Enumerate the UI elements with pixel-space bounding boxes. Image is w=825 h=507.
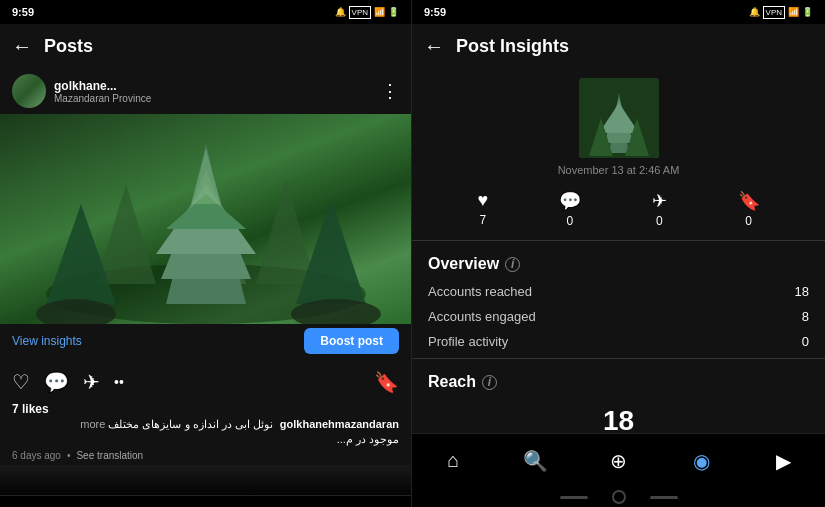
share-button[interactable]: ✈ [83, 370, 100, 394]
comment-button[interactable]: 💬 [44, 370, 69, 394]
profile-activity-row: Profile activity 0 [412, 329, 825, 354]
right-nav-profile[interactable]: ▶ [766, 443, 802, 479]
post-thumbnail-area: November 13 at 2:46 AM [412, 68, 825, 182]
right-signal-icon: 📶 [788, 7, 799, 17]
accounts-engaged-value: 8 [802, 309, 809, 324]
comments-eng-count: 0 [567, 214, 574, 228]
right-status-icons: 🔔 VPN 📶 🔋 [749, 6, 813, 19]
heart-icon: ♥ [477, 190, 488, 211]
shares-eng: ✈ 0 [652, 190, 667, 228]
right-nav-title: Post Insights [456, 36, 569, 57]
svg-marker-12 [191, 149, 221, 204]
left-time: 9:59 [12, 6, 34, 18]
left-bottom-nav: ⌂ 🔍 ⊕ ▶ ◉ [0, 495, 411, 507]
post-location: Mazandaran Province [54, 93, 151, 104]
divider-1 [412, 240, 825, 241]
profile-activity-label: Profile activity [428, 334, 508, 349]
post-user-info: golkhane... Mazandaran Province [54, 79, 151, 104]
right-battery-icon: 🔋 [802, 7, 813, 17]
left-status-bar: 9:59 🔔 VPN 📶 🔋 [0, 0, 411, 24]
vpn-icon: VPN [349, 6, 371, 19]
right-time: 9:59 [424, 6, 446, 18]
likes-eng-count: 7 [479, 213, 486, 227]
right-vpn-icon: VPN [763, 6, 785, 19]
reach-section-header: Reach i [412, 363, 825, 397]
post-options-button[interactable]: ⋮ [381, 80, 399, 102]
right-bottom-nav: ⌂ 🔍 ⊕ ◉ ▶ [412, 433, 825, 487]
caption-more[interactable]: more [80, 418, 105, 430]
left-panel: 9:59 🔔 VPN 📶 🔋 ← Posts golkhane... Mazan… [0, 0, 412, 507]
accounts-reached-label: Accounts reached [428, 284, 532, 299]
right-sys-home-btn[interactable] [612, 490, 626, 504]
bookmark-button[interactable]: 🔖 [374, 370, 399, 394]
insights-boost-row: View insights Boost post [0, 324, 411, 362]
user-avatar[interactable] [12, 74, 46, 108]
boost-button[interactable]: Boost post [304, 328, 399, 354]
caption-text2: موجود در م... [337, 433, 399, 445]
shares-eng-count: 0 [656, 214, 663, 228]
right-sys-recent-btn[interactable] [650, 496, 678, 499]
view-insights-link[interactable]: View insights [12, 334, 82, 348]
right-sys-back-btn[interactable] [560, 496, 588, 499]
left-back-button[interactable]: ← [12, 35, 32, 58]
right-panel: 9:59 🔔 VPN 📶 🔋 ← Post Insights [412, 0, 825, 507]
comment-icon: 💬 [559, 190, 581, 212]
signal-icon: 📶 [374, 7, 385, 17]
caption-line2: موجود در م... [0, 433, 411, 448]
saves-eng-count: 0 [745, 214, 752, 228]
save-icon: 🔖 [738, 190, 760, 212]
right-scroll-area[interactable]: November 13 at 2:46 AM ♥ 7 💬 0 ✈ 0 🔖 0 [412, 68, 825, 433]
see-translation-link[interactable]: See translation [76, 450, 143, 461]
post-actions-row: ♡ 💬 ✈ •• 🔖 [0, 362, 411, 402]
reach-number-area: 18 Accounts reached [412, 397, 825, 433]
svg-marker-1 [96, 184, 156, 284]
accounts-engaged-row: Accounts engaged 8 [412, 304, 825, 329]
thumb-tree-svg [579, 78, 659, 158]
right-system-bar [412, 487, 825, 507]
likes-eng: ♥ 7 [477, 190, 488, 228]
like-button[interactable]: ♡ [12, 370, 30, 394]
accounts-engaged-label: Accounts engaged [428, 309, 536, 324]
comments-preview [0, 465, 411, 495]
likes-count: 7 likes [0, 402, 411, 418]
overview-info-icon[interactable]: i [505, 257, 520, 272]
engagement-icons-row: ♥ 7 💬 0 ✈ 0 🔖 0 [412, 182, 825, 236]
comments-eng: 💬 0 [559, 190, 581, 228]
right-top-nav: ← Post Insights [412, 24, 825, 68]
caption-text: نوئل ابی در اندازه و سایزهای مختلف [108, 418, 272, 430]
left-status-icons: 🔔 VPN 📶 🔋 [335, 6, 399, 19]
reach-title: Reach [428, 373, 476, 391]
left-actions: ♡ 💬 ✈ •• [12, 370, 124, 394]
right-nav-reels[interactable]: ◉ [683, 443, 719, 479]
overview-title: Overview [428, 255, 499, 273]
accounts-reached-value: 18 [795, 284, 809, 299]
caption-username[interactable]: golkhanehmazandaran [280, 418, 399, 430]
right-nav-new[interactable]: ⊕ [600, 443, 636, 479]
right-nav-search[interactable]: 🔍 [518, 443, 554, 479]
post-user-row: golkhane... Mazandaran Province [12, 74, 151, 108]
post-header: golkhane... Mazandaran Province ⋮ [0, 68, 411, 114]
left-top-nav: ← Posts [0, 24, 411, 68]
post-thumbnail [579, 78, 659, 158]
right-status-bar: 9:59 🔔 VPN 📶 🔋 [412, 0, 825, 24]
post-username[interactable]: golkhane... [54, 79, 151, 93]
reach-info-icon[interactable]: i [482, 375, 497, 390]
accounts-reached-row: Accounts reached 18 [412, 279, 825, 304]
divider-2 [412, 358, 825, 359]
right-notification-icon: 🔔 [749, 7, 760, 17]
post-caption: golkhanehmazandaran نوئل ابی در اندازه و… [0, 418, 411, 433]
left-nav-title: Posts [44, 36, 93, 57]
overview-section-header: Overview i [412, 245, 825, 279]
post-time-row: 6 days ago • See translation [0, 448, 411, 465]
right-back-button[interactable]: ← [424, 35, 444, 58]
battery-icon: 🔋 [388, 7, 399, 17]
tree-illustration [16, 124, 396, 324]
post-time: 6 days ago [12, 450, 61, 461]
share-icon: ✈ [652, 190, 667, 212]
svg-marker-2 [256, 179, 316, 284]
right-nav-home[interactable]: ⌂ [435, 443, 471, 479]
profile-activity-value: 0 [802, 334, 809, 349]
more-actions-button[interactable]: •• [114, 374, 124, 390]
post-image [0, 114, 411, 324]
reach-number: 18 [603, 405, 634, 433]
